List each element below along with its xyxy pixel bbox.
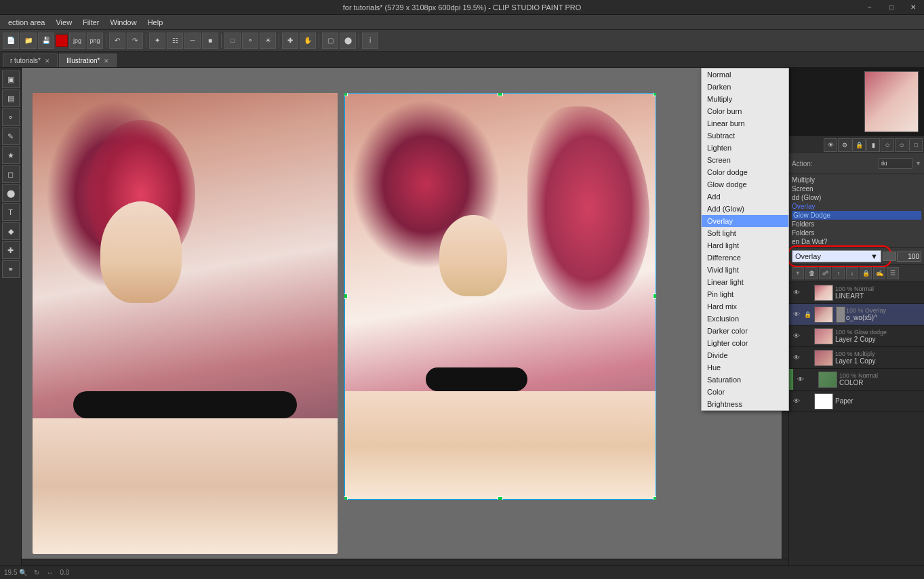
blend-color-dodge[interactable]: Color dodge [702, 166, 788, 178]
blend-exclusion[interactable]: Exclusion [702, 313, 788, 325]
blend-saturation[interactable]: Saturation [702, 374, 788, 386]
blend-multiply[interactable]: Multiply [702, 93, 788, 105]
side-blend-screen[interactable]: Screen [792, 184, 921, 193]
blend-overlay[interactable]: Overlay [702, 215, 788, 227]
layer-new[interactable]: + [792, 267, 804, 279]
layer-lineart-lock[interactable] [803, 288, 812, 298]
guide-btn[interactable]: ■ [202, 33, 218, 49]
blend-hue[interactable]: Hue [702, 361, 788, 374]
side-blend-folders2[interactable]: Folders [792, 228, 921, 237]
blend-normal[interactable]: Normal [702, 68, 788, 81]
layer-multiply-lock[interactable] [803, 353, 812, 363]
layer-paper-visibility[interactable]: 👁 [790, 395, 803, 407]
panel-icon-settings[interactable]: ⚙ [838, 138, 851, 152]
color-palette-btn[interactable]: ⬤ [340, 33, 356, 49]
layer-overlay[interactable]: 👁 🔒 100 % Overlay o_wo(x5)^ [789, 304, 924, 325]
info-btn[interactable]: i [362, 33, 378, 49]
transform-btn[interactable]: ✦ [149, 33, 165, 49]
canvas-area[interactable]: 3 2 1 [22, 68, 788, 565]
blend-divide[interactable]: Divide [702, 349, 788, 361]
menu-filter[interactable]: Filter [77, 17, 104, 28]
blend-lighten[interactable]: Lighten [702, 142, 788, 154]
side-blend-add-glow[interactable]: dd (Glow) [792, 193, 921, 202]
layer-color-visibility[interactable]: 👁 [795, 374, 807, 386]
opacity-slider[interactable] [883, 252, 896, 261]
side-blend-multiply[interactable]: Multiply [792, 176, 921, 184]
layer-merge[interactable]: ✍ [873, 267, 885, 279]
tool-zoom[interactable]: ⚭ [2, 260, 20, 278]
tool-lasso[interactable]: ⚬ [2, 108, 20, 126]
save-button[interactable]: 💾 [38, 33, 54, 49]
view-mode-btn[interactable]: ▢ [322, 33, 338, 49]
tab-close-illustration[interactable]: ✕ [104, 58, 109, 64]
blend-glow-dodge[interactable]: Glow dodge [702, 178, 788, 191]
blend-brightness[interactable]: Brightness [702, 398, 788, 410]
menu-window[interactable]: Window [105, 17, 142, 28]
layer-paper-lock[interactable] [803, 397, 812, 406]
layer-glow-dodge-visibility[interactable]: 👁 [790, 330, 803, 342]
action-dropdown-arrow[interactable]: ▼ [915, 160, 921, 167]
blend-vivid-light[interactable]: Vivid light [702, 264, 788, 276]
layer-glow-dodge[interactable]: 👁 100 % Glow dodge Layer 2 Copy [789, 325, 924, 347]
side-blend-overlay[interactable]: Overlay [792, 202, 921, 211]
panel-icon-eye[interactable]: 👁 [824, 138, 837, 152]
blend-subtract[interactable]: Subtract [702, 129, 788, 142]
layer-lock[interactable]: 🔒 [860, 267, 872, 279]
layer-multiply-visibility[interactable]: 👁 [790, 352, 803, 364]
tool-transform[interactable]: ▤ [2, 89, 20, 107]
layer-move-up[interactable]: ↑ [832, 267, 845, 279]
blend-add[interactable]: Add [702, 191, 788, 203]
maximize-button[interactable]: □ [881, 0, 902, 14]
side-blend-glow-dodge[interactable]: Glow Dodge [792, 211, 921, 220]
close-button[interactable]: ✕ [902, 0, 924, 14]
new-button[interactable]: 📄 [3, 33, 19, 49]
menu-view[interactable]: View [50, 17, 77, 28]
grid-btn[interactable]: ☷ [167, 33, 183, 49]
layer-overlay-visibility[interactable]: 👁 [790, 308, 803, 321]
tab-close-tutorials[interactable]: ✕ [45, 58, 50, 64]
color-btn[interactable] [56, 35, 68, 47]
tool-text[interactable]: T [2, 203, 20, 221]
menu-selection-area[interactable]: ection area [3, 17, 50, 28]
panel-icon-group[interactable]: ▮ [866, 138, 880, 152]
layer-lineart-visibility[interactable]: 👁 [790, 287, 803, 299]
blend-screen[interactable]: Screen [702, 154, 788, 166]
blend-hard-mix[interactable]: Hard mix [702, 300, 788, 313]
blend-color-burn[interactable]: Color burn [702, 105, 788, 117]
tool-brush[interactable]: ★ [2, 146, 20, 164]
layer-move-down[interactable]: ↓ [846, 267, 858, 279]
side-blend-en-da-wut[interactable]: en Da Wut? [792, 237, 921, 246]
blend-hard-light[interactable]: Hard light [702, 239, 788, 252]
layer-delete[interactable]: 🗑 [805, 267, 818, 279]
ruler-btn[interactable]: ─ [184, 33, 201, 49]
panel-icon-person2[interactable]: ☺ [895, 138, 908, 152]
layer-more[interactable]: ☰ [887, 267, 899, 279]
blend-difference[interactable]: Difference [702, 252, 788, 264]
select-btn[interactable]: □ [224, 33, 241, 49]
tab-tutorials[interactable]: r tutorials* ✕ [3, 54, 58, 67]
blend-lighter-color[interactable]: Lighter color [702, 337, 788, 349]
tab-illustration[interactable]: Illustration* ✕ [59, 54, 117, 67]
blend-soft-light[interactable]: Soft light [702, 227, 788, 239]
menu-help[interactable]: Help [142, 17, 169, 28]
blend-linear-light[interactable]: Linear light [702, 276, 788, 288]
layer-lineart[interactable]: 👁 100 % Normal LINEART [789, 282, 924, 304]
blend-linear-burn[interactable]: Linear burn [702, 117, 788, 129]
flip-btn[interactable]: ↔ [46, 569, 53, 576]
lasso-btn[interactable]: ⚬ [242, 33, 258, 49]
horizontal-scrollbar[interactable] [22, 559, 788, 565]
undo-button[interactable]: ↶ [109, 33, 125, 49]
blend-color[interactable]: Color [702, 386, 788, 398]
blend-mode-select[interactable]: Overlay ▼ [792, 250, 881, 262]
layer-color-lock[interactable] [807, 375, 816, 384]
tool-fill[interactable]: ⬤ [2, 184, 20, 202]
layer-overlay-lock[interactable]: 🔒 [803, 310, 812, 319]
layer-color[interactable]: 👁 100 % Normal COLOR [789, 369, 924, 391]
open-button[interactable]: 📁 [20, 33, 37, 49]
panel-icon-person[interactable]: ☺ [881, 138, 894, 152]
opacity-input[interactable] [897, 252, 921, 262]
minimize-button[interactable]: − [859, 0, 881, 14]
layer-paper[interactable]: 👁 Paper [789, 391, 924, 412]
tool-move[interactable]: ✚ [2, 241, 20, 259]
side-blend-folders[interactable]: Folders [792, 220, 921, 228]
